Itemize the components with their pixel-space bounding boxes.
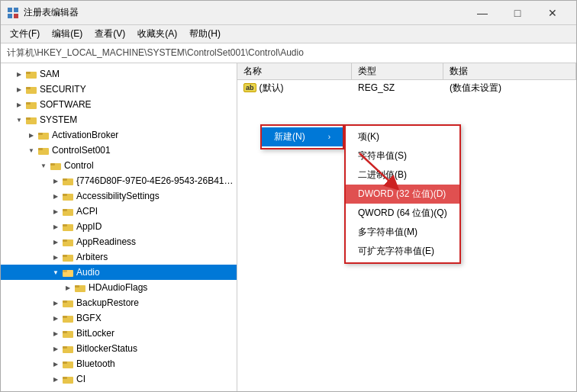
address-bar: 计算机\HKEY_LOCAL_MACHINE\SYSTEM\ControlSet… — [1, 43, 576, 63]
tree-item-acpi[interactable]: ▶ ACPI — [1, 204, 237, 219]
cell-type: REG_SZ — [352, 82, 443, 93]
svg-rect-25 — [63, 224, 67, 227]
expand-bitlocker[interactable]: ▶ — [50, 326, 62, 341]
expand-activation[interactable]: ▶ — [25, 127, 37, 143]
svg-rect-2 — [8, 14, 12, 18]
main-content: ▶ SAM ▶ SECURITY ▶ — [1, 63, 576, 391]
tree-item-audio[interactable]: ▼ Audio — [1, 265, 237, 280]
folder-icon-appreadiness — [62, 236, 74, 248]
tree-item-backuprestore[interactable]: ▶ BackupRestore — [1, 295, 237, 310]
tree-item-bitlocker[interactable]: ▶ BitLocker — [1, 326, 237, 341]
tree-item-guid[interactable]: ▶ {7746D80F-97E0-4E26-9543-26B41F... — [1, 173, 237, 188]
menu-favorites[interactable]: 收藏夹(A) — [131, 26, 183, 42]
expand-audio[interactable]: ▼ — [50, 265, 62, 280]
right-panel: 名称 类型 数据 ab (默认) REG_SZ (数值未设置) — [237, 63, 576, 391]
expand-sam[interactable]: ▶ — [13, 66, 25, 82]
tree-item-bitlockerstatus[interactable]: ▶ BitlockerStatus — [1, 341, 237, 356]
tree-item-appreadiness[interactable]: ▶ AppReadiness — [1, 234, 237, 249]
tree-item-bgfx[interactable]: ▶ BGFX — [1, 310, 237, 326]
folder-icon-accessibility — [62, 190, 74, 202]
folder-icon-system — [25, 114, 37, 126]
svg-rect-29 — [63, 255, 67, 257]
folder-icon-backuprestore — [62, 297, 74, 309]
close-button[interactable]: ✕ — [535, 1, 570, 25]
folder-icon-bgfx — [62, 312, 74, 324]
col-header-type: 类型 — [352, 63, 443, 79]
expand-hdaudioflags[interactable]: ▶ — [62, 280, 74, 295]
tree-item-control[interactable]: ▼ Control — [1, 158, 237, 173]
folder-icon-guid — [62, 175, 74, 187]
tree-item-hdaudioflags[interactable]: ▶ HDAudioFlags — [1, 280, 237, 295]
tree-label-control: Control — [64, 160, 94, 171]
tree-label-appid: AppID — [76, 221, 102, 232]
folder-icon-software — [25, 98, 37, 111]
svg-rect-27 — [63, 239, 67, 242]
tree-label-system: SYSTEM — [40, 114, 77, 125]
svg-rect-1 — [14, 8, 18, 12]
table-row[interactable]: ab (默认) REG_SZ (数值未设置) — [237, 80, 576, 95]
menu-edit[interactable]: 编辑(E) — [46, 26, 89, 42]
expand-acpi[interactable]: ▶ — [50, 204, 62, 219]
tree-item-system[interactable]: ▼ SYSTEM — [1, 112, 237, 127]
expand-system[interactable]: ▼ — [13, 112, 25, 127]
folder-icon-appid — [62, 220, 74, 233]
expand-guid[interactable]: ▶ — [50, 173, 62, 188]
tree-item-controlset001[interactable]: ▼ ControlSet001 — [1, 143, 237, 158]
svg-rect-7 — [26, 87, 31, 89]
menu-view[interactable]: 查看(V) — [89, 26, 131, 42]
svg-rect-41 — [63, 346, 67, 349]
expand-appid[interactable]: ▶ — [50, 219, 62, 234]
expand-security[interactable]: ▶ — [13, 82, 25, 97]
maximize-button[interactable]: □ — [500, 1, 535, 25]
expand-bluetooth[interactable]: ▶ — [50, 356, 62, 371]
menu-bar: 文件(F) 编辑(E) 查看(V) 收藏夹(A) 帮助(H) — [1, 25, 576, 43]
svg-rect-19 — [63, 178, 67, 181]
tree-item-activationbroker[interactable]: ▶ ActivationBroker — [1, 127, 237, 143]
expand-bitlockerstatus[interactable]: ▶ — [50, 341, 62, 356]
expand-software[interactable]: ▶ — [13, 97, 25, 112]
tree-panel[interactable]: ▶ SAM ▶ SECURITY ▶ — [1, 63, 237, 391]
menu-help[interactable]: 帮助(H) — [183, 26, 227, 42]
svg-rect-0 — [8, 8, 12, 12]
folder-icon-sam — [25, 68, 37, 80]
tree-item-appid[interactable]: ▶ AppID — [1, 219, 237, 234]
expand-bgfx[interactable]: ▶ — [50, 310, 62, 326]
table-header: 名称 类型 数据 — [237, 63, 576, 80]
tree-item-ci[interactable]: ▶ CI — [1, 371, 237, 387]
tree-item-bluetooth[interactable]: ▶ Bluetooth — [1, 356, 237, 371]
default-label: (默认) — [259, 82, 284, 95]
minimize-button[interactable]: — — [465, 1, 500, 25]
svg-rect-21 — [63, 194, 67, 196]
tree-item-software[interactable]: ▶ SOFTWARE — [1, 97, 237, 112]
tree-label-arbiters: Arbiters — [76, 252, 108, 262]
tree-item-security[interactable]: ▶ SECURITY — [1, 82, 237, 97]
svg-rect-43 — [63, 361, 67, 364]
expand-accessibility[interactable]: ▶ — [50, 188, 62, 204]
folder-icon-hdaudioflags — [74, 281, 86, 294]
tree-label-controlset001: ControlSet001 — [52, 145, 111, 156]
tree-label-ci: CI — [76, 374, 85, 384]
expand-arbiters[interactable]: ▶ — [50, 249, 62, 265]
tree-label-appreadiness: AppReadiness — [76, 236, 136, 247]
tree-label-sam: SAM — [40, 69, 60, 79]
expand-ci[interactable]: ▶ — [50, 371, 62, 387]
svg-rect-33 — [75, 285, 79, 288]
expand-appreadiness[interactable]: ▶ — [50, 234, 62, 249]
table-body: ab (默认) REG_SZ (数值未设置) — [237, 80, 576, 391]
expand-control[interactable]: ▼ — [37, 158, 50, 173]
svg-rect-5 — [26, 72, 31, 74]
tree-label-acpi: ACPI — [76, 206, 98, 217]
tree-item-accessibility[interactable]: ▶ AccessibilitySettings — [1, 188, 237, 204]
tree-item-sam[interactable]: ▶ SAM — [1, 66, 237, 82]
window-controls: — □ ✕ — [465, 1, 570, 25]
cell-data: (数值未设置) — [443, 82, 576, 95]
tree-item-arbiters[interactable]: ▶ Arbiters — [1, 249, 237, 265]
menu-file[interactable]: 文件(F) — [4, 26, 46, 42]
tree-label-activationbroker: ActivationBroker — [52, 130, 118, 140]
expand-controlset001[interactable]: ▼ — [25, 143, 37, 158]
expand-backuprestore[interactable]: ▶ — [50, 295, 62, 310]
folder-icon-ci — [62, 373, 74, 385]
tree-label-security: SECURITY — [40, 84, 86, 95]
col-header-name: 名称 — [237, 63, 352, 79]
app-icon — [7, 7, 19, 19]
